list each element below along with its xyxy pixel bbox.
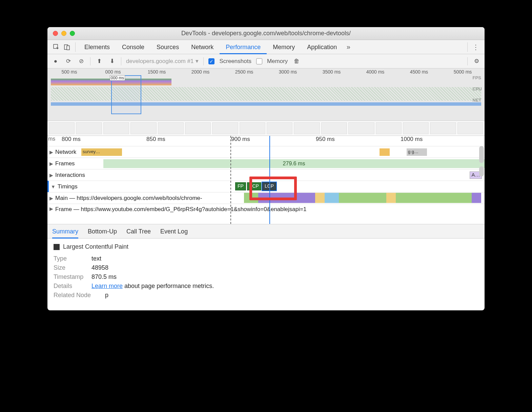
network-item[interactable]: g g… bbox=[407, 148, 427, 156]
tab-bottom-up[interactable]: Bottom-Up bbox=[88, 224, 117, 239]
reload-icon[interactable]: ⟳ bbox=[64, 58, 73, 65]
frames-track-label: Frames bbox=[55, 160, 75, 167]
frames-track[interactable]: ▶ Frames 279.6 ms bbox=[47, 158, 485, 169]
event-color-swatch bbox=[54, 244, 60, 250]
overview-tick: 1500 ms bbox=[135, 69, 179, 75]
expand-arrow-icon[interactable]: ▶ bbox=[49, 149, 53, 155]
network-track[interactable]: ▶ Network survey… g g… bbox=[47, 146, 485, 158]
expand-arrow-icon[interactable]: ▶ bbox=[49, 206, 53, 211]
overview-panel[interactable]: 500 ms 000 ms 1500 ms 2000 ms 2500 ms 30… bbox=[47, 68, 485, 121]
screenshot-thumb[interactable] bbox=[185, 122, 211, 134]
tabstrip-divider-right bbox=[467, 42, 468, 52]
screenshot-thumb[interactable] bbox=[457, 122, 483, 134]
playhead[interactable] bbox=[269, 136, 270, 224]
tab-console[interactable]: Console bbox=[116, 40, 150, 54]
overview-selection[interactable]: 000 ms bbox=[111, 75, 141, 114]
summary-key-timestamp: Timestamp bbox=[54, 273, 87, 281]
expand-arrow-icon[interactable]: ▶ bbox=[49, 172, 53, 178]
screenshot-thumb[interactable] bbox=[240, 122, 265, 134]
timing-mark-fp[interactable]: FP bbox=[235, 182, 246, 190]
timings-track[interactable]: ▼ Timings FP FCP LCP bbox=[47, 181, 485, 192]
timing-mark-fcp[interactable]: FCP bbox=[247, 182, 261, 190]
screenshot-thumb[interactable] bbox=[294, 122, 320, 134]
ruler-unit: ms bbox=[47, 136, 61, 146]
device-mode-icon[interactable] bbox=[62, 42, 73, 53]
overflow-tabs-icon[interactable]: » bbox=[343, 42, 354, 53]
summary-key-size: Size bbox=[54, 264, 87, 271]
summary-key-type: Type bbox=[54, 255, 87, 262]
screenshots-checkbox[interactable] bbox=[208, 58, 214, 64]
screenshot-thumb[interactable] bbox=[430, 122, 456, 134]
ruler-tick: 850 ms bbox=[146, 136, 230, 146]
overview-selection-label: 000 ms bbox=[110, 75, 125, 81]
tabstrip-divider bbox=[75, 42, 76, 52]
tab-memory[interactable]: Memory bbox=[267, 40, 301, 54]
learn-more-link[interactable]: Learn more bbox=[91, 283, 123, 289]
ruler-tick: 1000 ms bbox=[400, 136, 485, 146]
screenshot-thumb[interactable] bbox=[212, 122, 238, 134]
summary-val-size: 48958 bbox=[91, 264, 108, 271]
screenshot-thumb[interactable] bbox=[76, 122, 102, 134]
trash-icon[interactable]: 🗑︎ bbox=[292, 58, 301, 65]
tab-call-tree[interactable]: Call Tree bbox=[126, 224, 151, 239]
range-start-marker bbox=[230, 136, 231, 224]
ruler-tick: 950 ms bbox=[315, 136, 400, 146]
timings-track-label: Timings bbox=[58, 183, 78, 190]
filmstrip[interactable] bbox=[47, 121, 485, 136]
summary-details-suffix: about page performance metrics. bbox=[123, 283, 214, 289]
overview-ruler: 500 ms 000 ms 1500 ms 2000 ms 2500 ms 30… bbox=[47, 68, 485, 75]
vertical-scrollbar[interactable] bbox=[479, 166, 484, 177]
memory-label: Memory bbox=[267, 58, 288, 65]
overview-tick: 4000 ms bbox=[353, 69, 397, 75]
devtools-tabstrip: Elements Console Sources Network Perform… bbox=[47, 40, 485, 54]
tab-application[interactable]: Application bbox=[301, 40, 343, 54]
screenshot-thumb[interactable] bbox=[403, 122, 429, 134]
memory-checkbox[interactable] bbox=[256, 58, 262, 64]
recording-selector[interactable]: developers.google.com #1 ▾ bbox=[126, 58, 199, 65]
network-item[interactable]: survey… bbox=[81, 148, 122, 156]
screenshot-thumb[interactable] bbox=[103, 122, 129, 134]
tab-network[interactable]: Network bbox=[185, 40, 220, 54]
screenshot-thumb[interactable] bbox=[130, 122, 156, 134]
frame-track[interactable]: ▶ Frame — https://www.youtube.com/embed/… bbox=[47, 204, 485, 224]
svg-rect-2 bbox=[67, 46, 69, 50]
interactions-track[interactable]: ▶ Interactions A… bbox=[47, 169, 485, 181]
screenshot-thumb[interactable] bbox=[267, 122, 292, 134]
network-track-label: Network bbox=[55, 149, 76, 156]
screenshot-thumb[interactable] bbox=[49, 122, 75, 134]
detail-ruler: ms 800 ms 850 ms 900 ms 950 ms 1000 ms bbox=[47, 136, 485, 146]
screenshot-thumb[interactable] bbox=[158, 122, 184, 134]
tab-summary[interactable]: Summary bbox=[52, 224, 78, 239]
performance-toolbar: ● ⟳ ⊘ ⬆︎ ⬇︎ developers.google.com #1 ▾ S… bbox=[47, 54, 485, 68]
gear-icon[interactable]: ⚙︎ bbox=[472, 58, 480, 65]
ruler-tick: 900 ms bbox=[230, 136, 315, 146]
load-profile-icon[interactable]: ⬆︎ bbox=[95, 58, 103, 65]
expand-arrow-icon[interactable]: ▶ bbox=[49, 161, 53, 166]
save-profile-icon[interactable]: ⬇︎ bbox=[108, 58, 116, 65]
screenshots-label: Screenshots bbox=[219, 58, 251, 65]
tab-event-log[interactable]: Event Log bbox=[160, 224, 188, 239]
frame-duration-bar[interactable]: 279.6 ms bbox=[103, 159, 485, 168]
tab-performance[interactable]: Performance bbox=[220, 40, 267, 54]
screenshot-thumb[interactable] bbox=[321, 122, 347, 134]
inspect-icon[interactable] bbox=[51, 42, 62, 53]
kebab-menu-icon[interactable]: ⋮ bbox=[470, 42, 481, 53]
clear-icon[interactable]: ⊘ bbox=[77, 58, 85, 65]
tab-elements[interactable]: Elements bbox=[78, 40, 116, 54]
summary-val-related: p bbox=[105, 292, 108, 299]
screenshot-thumb[interactable] bbox=[348, 122, 374, 134]
screenshot-thumb[interactable] bbox=[376, 122, 402, 134]
collapse-arrow-icon[interactable]: ▼ bbox=[51, 184, 56, 189]
vertical-scrollbar[interactable] bbox=[479, 146, 484, 163]
frame-track-label: Frame — https://www.youtube.com/embed/G_… bbox=[55, 206, 306, 213]
window-titlebar: DevTools - developers.google.com/web/too… bbox=[47, 27, 485, 40]
overview-tick: 000 ms bbox=[91, 69, 135, 75]
flamechart-panel[interactable]: ms 800 ms 850 ms 900 ms 950 ms 1000 ms ▶… bbox=[47, 136, 485, 224]
overview-body[interactable]: 000 ms bbox=[51, 75, 481, 114]
main-track[interactable]: ▶ Main — https://developers.google.com/w… bbox=[47, 192, 485, 204]
window-title: DevTools - developers.google.com/web/too… bbox=[47, 30, 485, 37]
record-icon[interactable]: ● bbox=[52, 58, 60, 65]
summary-key-related: Related Node bbox=[54, 292, 101, 299]
tab-sources[interactable]: Sources bbox=[150, 40, 185, 54]
devtools-window: DevTools - developers.google.com/web/too… bbox=[47, 27, 485, 310]
